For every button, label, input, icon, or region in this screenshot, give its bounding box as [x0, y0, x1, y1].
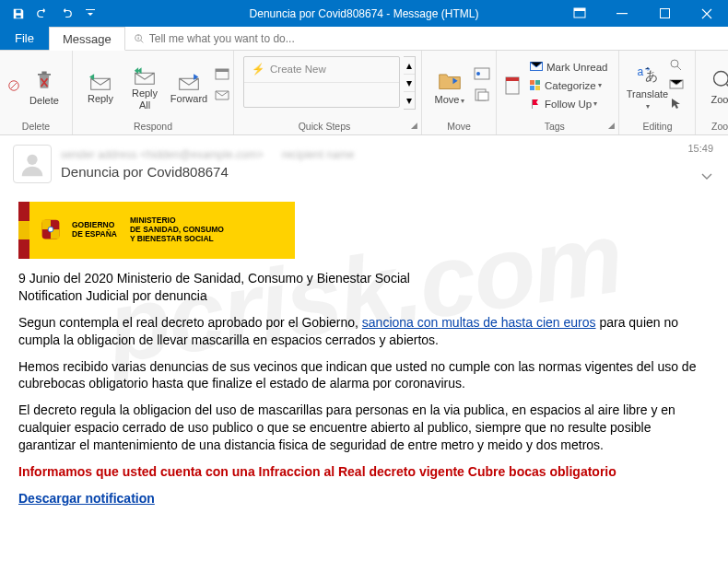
svg-rect-1 [574, 8, 585, 11]
group-zoom-label: Zoom [696, 120, 728, 134]
quicksteps-up-icon[interactable]: ▴ [404, 57, 415, 75]
svg-point-24 [671, 60, 678, 67]
follow-up-button[interactable]: Follow Up▾ [524, 95, 613, 113]
move-button[interactable]: Move▾ [428, 64, 472, 106]
coat-of-arms-icon [37, 216, 65, 244]
group-editing: aあ Translate▾ Editing [619, 51, 696, 134]
minimize-button[interactable] [601, 0, 643, 27]
mark-unread-button[interactable]: Mark Unread [524, 58, 613, 76]
fine-link[interactable]: sanciona con multas de hasta cien euros [362, 315, 596, 330]
forward-label: Forward [170, 93, 207, 104]
gov-logo: GOBIERNO DE ESPAÑA MINISTERIO DE SANIDAD… [18, 202, 295, 259]
svg-rect-18 [535, 80, 540, 85]
svg-rect-21 [532, 99, 533, 109]
translate-label: Translate▾ [627, 88, 668, 111]
group-move-label: Move [422, 120, 496, 134]
svg-rect-19 [530, 86, 534, 90]
group-quicksteps-label: Quick Steps ◢ [234, 120, 421, 134]
svg-rect-9 [216, 69, 229, 72]
group-zoom: Zoom Zoom [696, 51, 728, 134]
reply-all-label: Reply All [132, 87, 158, 110]
sender-avatar [13, 145, 52, 183]
ribbon-display-icon[interactable] [558, 0, 601, 27]
svg-point-11 [476, 72, 480, 76]
reply-button[interactable]: Reply [78, 65, 123, 104]
actions-icon[interactable] [474, 87, 490, 105]
ignore-icon[interactable] [6, 79, 22, 92]
message-header: sender address <hidden@example.com> reci… [0, 135, 728, 187]
group-tags-label: Tags ◢ [497, 120, 618, 134]
undo-icon[interactable] [31, 4, 53, 24]
redo-icon[interactable] [55, 4, 77, 24]
svg-rect-2 [616, 13, 628, 14]
tell-me-label: Tell me what you want to do... [149, 32, 295, 45]
body-warning: Informamos que usted cuenta con una Infr… [18, 463, 710, 481]
body-paragraph-3: El decreto regula la obligacion del uso … [18, 402, 710, 454]
tab-message[interactable]: Message [49, 27, 125, 51]
svg-rect-13 [478, 92, 488, 100]
svg-point-26 [714, 72, 728, 87]
delete-label: Delete [29, 95, 59, 106]
quicksteps-down-icon[interactable]: ▾ [404, 75, 415, 92]
sender-address: sender address <hidden@example.com> reci… [61, 148, 354, 161]
svg-text:a: a [638, 65, 644, 78]
quickstep-create-new: Create New [270, 64, 326, 75]
group-editing-label: Editing [619, 120, 695, 134]
dialog-launcher-icon[interactable]: ◢ [608, 121, 615, 130]
message-subject: Denuncia por Covid808674 [61, 164, 354, 180]
zoom-label: Zoom [710, 94, 728, 105]
group-move: Move▾ Move [422, 51, 497, 134]
download-link[interactable]: Descargar notification [18, 491, 155, 506]
svg-point-31 [48, 227, 53, 232]
tell-me-search[interactable]: Tell me what you want to do... [125, 27, 295, 50]
body-line-2: Notification Judicial por denuncia [18, 287, 710, 305]
quicksteps-gallery[interactable]: ⚡Create New [243, 56, 400, 108]
dialog-launcher-icon[interactable]: ◢ [411, 121, 417, 130]
rules-icon[interactable] [474, 66, 490, 84]
delete-button[interactable]: Delete [22, 64, 66, 106]
svg-rect-15 [506, 77, 519, 81]
body-paragraph-2: Hemos recibido varias denuncias de sus v… [18, 358, 710, 393]
body-line-1: 9 Junio del 2020 Ministerio de Sanidad, … [18, 270, 710, 287]
maximize-button[interactable] [643, 0, 686, 27]
reply-label: Reply [88, 93, 113, 104]
translate-button[interactable]: aあ Translate▾ [625, 59, 669, 111]
group-delete: Delete Delete [0, 51, 73, 134]
svg-point-27 [27, 155, 37, 165]
svg-rect-20 [535, 86, 540, 90]
tab-file[interactable]: File [0, 27, 49, 50]
titlebar: Denuncia por Covid808674 - Message (HTML… [0, 0, 728, 27]
reply-all-button[interactable]: Reply All [123, 60, 167, 110]
select-icon[interactable] [669, 97, 689, 112]
close-button[interactable] [686, 0, 728, 27]
group-respond: Reply Reply All Forward Respond [73, 51, 234, 134]
group-tags: Mark Unread Categorize▾ Follow Up▾ Tags … [497, 51, 619, 134]
group-delete-label: Delete [0, 120, 72, 134]
svg-text:あ: あ [646, 68, 659, 83]
meeting-icon[interactable] [215, 67, 228, 83]
svg-point-5 [137, 34, 138, 35]
message-time: 15:49 [687, 143, 713, 154]
categorize-button[interactable]: Categorize▾ [524, 76, 613, 95]
svg-rect-3 [660, 9, 669, 18]
gov-text-1: GOBIERNO DE ESPAÑA [72, 221, 117, 239]
svg-rect-6 [137, 37, 138, 40]
assign-policy-icon[interactable] [502, 76, 523, 96]
more-respond-icon[interactable] [215, 88, 228, 104]
svg-rect-17 [530, 80, 534, 85]
body-paragraph-1: Segun contempla el real decreto aprobado… [18, 314, 710, 349]
save-icon[interactable] [7, 4, 29, 24]
qat-customize-icon[interactable] [79, 4, 101, 24]
related-icon[interactable] [669, 77, 689, 93]
move-label: Move▾ [435, 94, 465, 106]
find-icon[interactable] [669, 58, 689, 74]
expand-header-icon[interactable] [700, 170, 713, 183]
group-quicksteps: ⚡Create New ▴ ▾ ▾ Quick Steps ◢ [234, 51, 422, 134]
quicksteps-more-icon[interactable]: ▾ [404, 92, 415, 109]
ribbon-tabs: File Message Tell me what you want to do… [0, 27, 728, 51]
quick-access-toolbar [0, 4, 101, 24]
ribbon: Delete Delete Reply Reply All Forward [0, 51, 728, 135]
forward-button[interactable]: Forward [167, 65, 211, 104]
zoom-button[interactable]: Zoom [701, 64, 728, 105]
lightning-icon: ⚡ [252, 63, 264, 76]
